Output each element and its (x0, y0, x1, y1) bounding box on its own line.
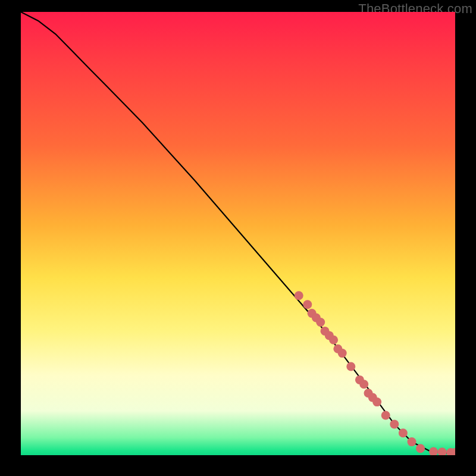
data-point (295, 291, 303, 300)
data-point (303, 300, 312, 309)
data-point (346, 362, 355, 371)
data-point (429, 447, 438, 456)
chart-frame: TheBottleneck.com (0, 0, 476, 476)
data-point (390, 419, 399, 428)
chart-svg (21, 12, 455, 455)
curve-line (21, 12, 455, 453)
data-point (359, 380, 368, 389)
data-point (316, 318, 325, 327)
data-points (295, 291, 455, 455)
data-point (372, 397, 381, 406)
data-point (438, 447, 447, 455)
data-point (329, 336, 338, 345)
data-point (399, 428, 408, 437)
data-point (416, 444, 425, 453)
plot-area (21, 12, 455, 455)
data-point (338, 349, 347, 358)
data-point (408, 437, 416, 446)
data-point (381, 411, 390, 420)
